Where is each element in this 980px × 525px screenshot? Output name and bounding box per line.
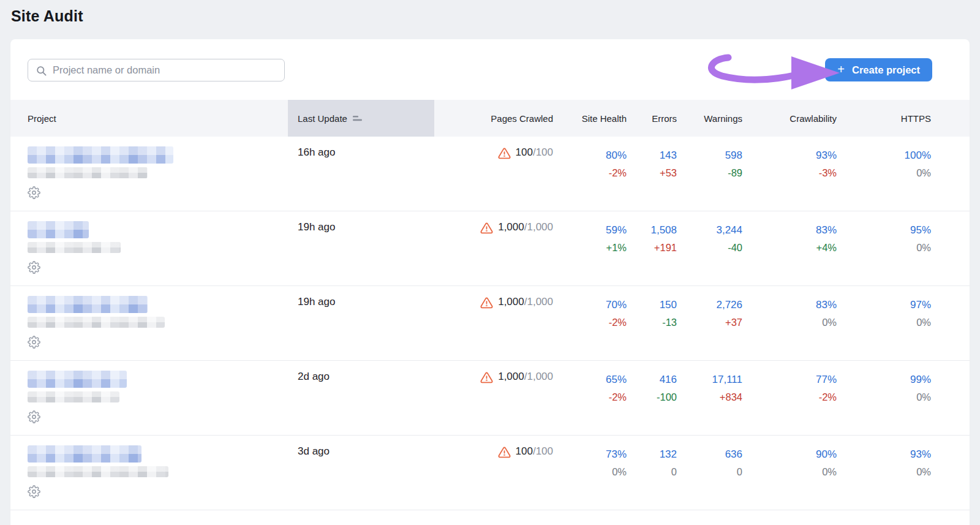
table-row: 3d ago 100/100 73% 0% 132 0 636 0 9 (10, 436, 970, 510)
https-delta: 0% (916, 314, 931, 331)
crawlability-delta: 0% (822, 314, 837, 331)
warning-triangle-icon (498, 446, 511, 459)
last-update-cell: 3d ago (288, 436, 434, 510)
site-health-value-link[interactable]: 59% (606, 221, 627, 239)
pages-crawled-value: 1,000 (498, 221, 524, 233)
warnings-cell: 2,726 +37 (677, 286, 742, 360)
errors-value-link[interactable]: 132 (660, 445, 677, 463)
search-input[interactable] (28, 59, 284, 81)
table-header: Project Last Update Pages Crawled Site H… (10, 100, 970, 137)
project-settings-gear-icon[interactable] (28, 186, 40, 199)
https-value-link[interactable]: 97% (910, 296, 931, 314)
column-header-last-update[interactable]: Last Update (288, 100, 434, 137)
crawlability-delta: +4% (816, 239, 837, 257)
warnings-value-link[interactable]: 598 (725, 146, 742, 164)
project-name-redacted[interactable] (28, 445, 141, 463)
warnings-value-link[interactable]: 3,244 (716, 221, 742, 239)
pages-crawled-cell: 1,000/1,000 (434, 211, 553, 285)
last-update-cell: 16h ago (288, 137, 434, 211)
project-domain-redacted (28, 317, 165, 328)
site-health-delta: +1% (606, 239, 627, 257)
project-cell (10, 361, 288, 435)
site-health-delta: -2% (609, 314, 627, 331)
column-header-project[interactable]: Project (10, 100, 288, 137)
crawlability-value-link[interactable]: 77% (816, 371, 837, 388)
errors-value-link[interactable]: 143 (660, 146, 677, 164)
projects-card: + Create project Project Last Update Pag… (10, 39, 970, 525)
last-update-value: 16h ago (298, 146, 335, 158)
warning-triangle-icon (498, 147, 511, 160)
project-cell (10, 286, 288, 360)
column-header-crawlability[interactable]: Crawlability (742, 100, 837, 137)
https-value-link[interactable]: 95% (910, 221, 931, 239)
crawlability-value-link[interactable]: 83% (816, 221, 837, 239)
project-name-redacted[interactable] (28, 146, 173, 164)
column-header-errors[interactable]: Errors (627, 100, 677, 137)
https-delta: 0% (916, 463, 931, 481)
site-health-value-link[interactable]: 73% (606, 445, 627, 463)
crawlability-value-link[interactable]: 83% (816, 296, 837, 314)
table-row: 19h ago 1,000/1,000 59% +1% 1,508 +191 3… (10, 211, 970, 286)
column-header-pages-crawled[interactable]: Pages Crawled (434, 100, 553, 137)
errors-value-link[interactable]: 1,508 (650, 221, 677, 239)
errors-delta: -13 (662, 314, 677, 331)
crawlability-value-link[interactable]: 90% (816, 445, 837, 463)
errors-delta: +191 (654, 239, 677, 257)
errors-value-link[interactable]: 150 (660, 296, 677, 314)
crawlability-delta: -3% (819, 164, 837, 182)
site-audit-page: Site Audit + Create project Project (0, 0, 980, 525)
pages-crawled-total: /100 (533, 445, 553, 457)
pages-crawled-value: 100 (516, 445, 533, 457)
project-domain-redacted (28, 466, 168, 477)
https-value-link[interactable]: 99% (910, 371, 931, 388)
site-health-delta: -2% (609, 164, 627, 182)
https-value-link[interactable]: 93% (910, 445, 931, 463)
project-settings-gear-icon[interactable] (28, 410, 40, 423)
column-header-warnings[interactable]: Warnings (677, 100, 742, 137)
column-header-https[interactable]: HTTPS (837, 100, 931, 137)
site-health-cell: 80% -2% (553, 137, 627, 211)
https-value-link[interactable]: 100% (905, 146, 931, 164)
project-settings-gear-icon[interactable] (28, 485, 40, 498)
project-settings-gear-icon[interactable] (28, 261, 40, 274)
errors-value-link[interactable]: 416 (660, 371, 677, 388)
site-health-value-link[interactable]: 80% (606, 146, 627, 164)
errors-cell: 132 0 (627, 436, 677, 510)
table-row: 19h ago 1,000/1,000 70% -2% 150 -13 2,72… (10, 286, 970, 361)
site-health-delta: 0% (612, 463, 627, 481)
https-delta: 0% (916, 239, 931, 257)
project-settings-gear-icon[interactable] (28, 336, 40, 349)
site-health-cell: 59% +1% (553, 211, 627, 285)
site-health-cell: 70% -2% (553, 286, 627, 360)
project-domain-redacted (28, 391, 119, 402)
warnings-cell: 636 0 (677, 436, 742, 510)
https-delta: 0% (916, 164, 931, 182)
warnings-value-link[interactable]: 636 (725, 445, 742, 463)
warnings-cell: 17,111 +834 (677, 361, 742, 435)
pages-crawled-value: 1,000 (498, 371, 524, 382)
search-box (28, 59, 285, 81)
warnings-value-link[interactable]: 17,111 (712, 371, 742, 388)
crawlability-cell: 83% 0% (742, 286, 837, 360)
site-health-value-link[interactable]: 65% (606, 371, 627, 388)
create-project-label: Create project (852, 64, 920, 76)
column-header-site-health[interactable]: Site Health (553, 100, 627, 137)
site-health-delta: -2% (609, 388, 627, 406)
project-name-redacted[interactable] (28, 296, 148, 313)
project-domain-redacted (28, 167, 148, 178)
warnings-value-link[interactable]: 2,726 (716, 296, 742, 314)
pages-crawled-cell: 100/100 (434, 436, 553, 510)
warnings-delta: +834 (720, 388, 742, 406)
plus-icon: + (837, 63, 845, 75)
create-project-button[interactable]: + Create project (825, 58, 932, 81)
crawlability-value-link[interactable]: 93% (816, 146, 837, 164)
project-name-redacted[interactable] (28, 371, 127, 388)
last-update-value: 19h ago (298, 221, 335, 233)
project-name-redacted[interactable] (28, 221, 89, 238)
crawlability-delta: -2% (819, 388, 837, 406)
last-update-cell: 2d ago (288, 361, 434, 435)
pages-crawled-cell: 1,000/1,000 (434, 286, 553, 360)
site-health-value-link[interactable]: 70% (606, 296, 627, 314)
table-row-partial (10, 510, 970, 525)
errors-delta: 0 (671, 463, 677, 481)
